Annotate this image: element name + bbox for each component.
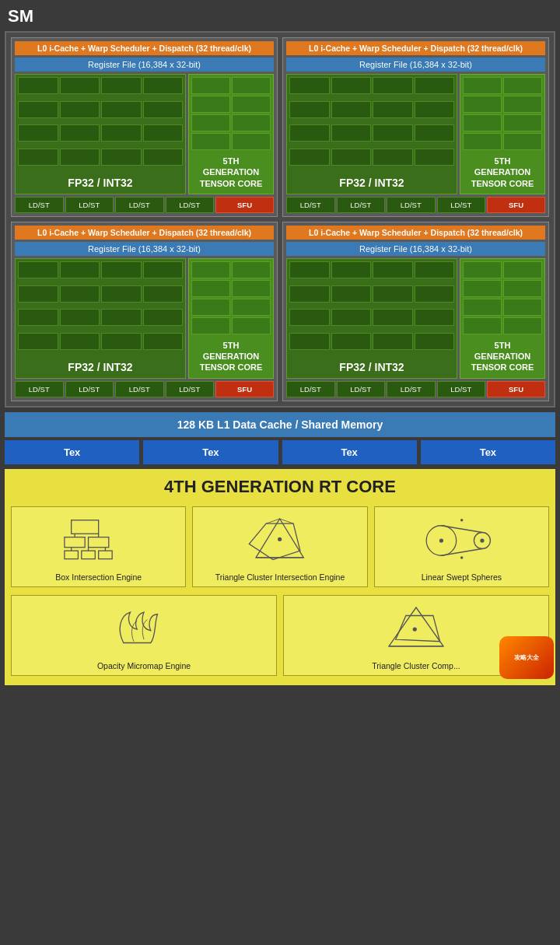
fp32-cell <box>415 149 455 166</box>
fp32-cell <box>415 261 455 278</box>
tensor-cell <box>503 299 542 316</box>
fp32-cell <box>143 77 184 94</box>
tensor-cell <box>463 96 502 113</box>
sfu-unit: SFU <box>487 197 545 213</box>
compute-area-3: FP32 / INT32 5THGENE <box>15 258 274 379</box>
ldst-unit: LD/ST <box>337 381 386 397</box>
svg-line-20 <box>441 548 482 555</box>
ldst-unit: LD/ST <box>15 381 64 397</box>
tensor-cell <box>232 280 271 297</box>
ldst-unit: LD/ST <box>437 197 486 213</box>
tensor-cell <box>232 299 271 316</box>
bottom-units-2: LD/ST LD/ST LD/ST LD/ST SFU <box>286 197 545 213</box>
fp32-cell <box>373 285 413 303</box>
ldst-unit: LD/ST <box>387 197 436 213</box>
fp32-label-2: FP32 / INT32 <box>287 173 457 194</box>
svg-rect-5 <box>65 551 79 559</box>
ldst-unit: LD/ST <box>337 197 386 213</box>
triangle-cluster-comp-label: Triangle Cluster Comp... <box>372 661 460 670</box>
tensor-cell <box>191 77 230 94</box>
fp32-cell <box>101 101 142 118</box>
tensor-cell <box>503 133 542 150</box>
fp32-section-4: FP32 / INT32 <box>286 258 457 379</box>
box-intersection-engine: Box Intersection Engine <box>11 506 186 587</box>
ldst-unit: LD/ST <box>115 197 164 213</box>
fp32-cell <box>289 333 330 350</box>
quadrant-3: L0 i-Cache + Warp Scheduler + Dispatch (… <box>11 222 278 401</box>
fp32-cell <box>60 124 100 142</box>
tensor-section-2: 5THGENERATIONTENSOR CORE <box>460 74 545 194</box>
tex-unit-4: Tex <box>421 440 555 464</box>
sm-title: SM <box>0 0 560 31</box>
svg-rect-2 <box>89 537 109 547</box>
tensor-cell <box>232 261 271 278</box>
register-file-1: Register File (16,384 x 32-bit) <box>15 58 274 72</box>
register-file-3: Register File (16,384 x 32-bit) <box>15 242 274 256</box>
fp32-cell <box>373 309 413 326</box>
rt-core-title: 4TH GENERATION RT CORE <box>11 477 549 497</box>
fp32-cell <box>60 101 100 118</box>
tensor-cell <box>463 317 502 334</box>
fp32-cell <box>18 285 58 303</box>
fp32-cell <box>143 101 184 118</box>
fp32-section-1: FP32 / INT32 <box>15 74 186 194</box>
fp32-label-1: FP32 / INT32 <box>16 173 185 194</box>
fp32-cell <box>289 101 330 118</box>
svg-point-23 <box>460 519 464 522</box>
sm-outer-container: L0 i-Cache + Warp Scheduler + Dispatch (… <box>5 31 555 408</box>
tex-grid: Tex Tex Tex Tex <box>5 440 555 464</box>
triangle-cluster-intersection-label: Triangle Cluster Intersection Engine <box>215 572 345 582</box>
box-intersection-icon <box>16 513 180 568</box>
opacity-micromap-label: Opacity Micromap Engine <box>97 661 191 670</box>
tensor-cell <box>191 317 230 334</box>
rt-engines-bottom: Opacity Micromap Engine Triangle Cluster… <box>11 595 549 676</box>
fp32-cell <box>415 124 455 142</box>
svg-rect-0 <box>72 520 99 534</box>
tensor-label-1: 5THGENERATIONTENSOR CORE <box>189 152 273 194</box>
tensor-cell <box>191 114 230 131</box>
fp32-grid-3 <box>16 259 185 358</box>
tensor-label-2: 5THGENERATIONTENSOR CORE <box>460 152 544 194</box>
tensor-cell <box>232 317 271 334</box>
tensor-cell <box>463 133 502 150</box>
fp32-cell <box>101 285 142 303</box>
compute-area-2: FP32 / INT32 5THGENE <box>286 74 545 194</box>
fp32-cell <box>331 124 372 142</box>
tensor-section-3: 5THGENERATIONTENSOR CORE <box>188 258 274 379</box>
rt-core-section: 4TH GENERATION RT CORE Box Inters <box>5 469 555 685</box>
fp32-cell <box>18 309 58 326</box>
bottom-units-4: LD/ST LD/ST LD/ST LD/ST SFU <box>286 381 545 397</box>
tex-unit-1: Tex <box>5 440 139 464</box>
tensor-cell <box>463 261 502 278</box>
linear-swept-spheres-icon <box>380 513 544 568</box>
quadrant-grid: L0 i-Cache + Warp Scheduler + Dispatch (… <box>11 37 549 401</box>
fp32-cell <box>143 124 184 142</box>
tensor-cell <box>503 261 542 278</box>
tensor-label-4: 5THGENERATIONTENSOR CORE <box>460 337 544 378</box>
fp32-cell <box>331 285 372 303</box>
watermark-text: 攻略大全 <box>514 653 539 662</box>
fp32-cell <box>101 77 142 94</box>
tensor-cell <box>191 280 230 297</box>
ldst-unit: LD/ST <box>286 381 335 397</box>
svg-point-24 <box>460 556 464 559</box>
linear-swept-spheres-label: Linear Swept Spheres <box>422 572 502 582</box>
compute-area-1: FP32 / INT32 5THGENE <box>15 74 274 194</box>
svg-rect-7 <box>99 551 113 559</box>
l0-cache-bar-4: L0 i-Cache + Warp Scheduler + Dispatch (… <box>286 226 545 240</box>
fp32-cell <box>101 261 142 278</box>
svg-point-21 <box>439 538 443 542</box>
tensor-cell <box>463 299 502 316</box>
tex-unit-2: Tex <box>143 440 278 464</box>
fp32-cell <box>373 124 413 142</box>
fp32-cell <box>415 309 455 326</box>
tensor-cell <box>503 280 542 297</box>
fp32-cell <box>143 333 184 350</box>
tensor-cell <box>191 133 230 150</box>
quadrant-1: L0 i-Cache + Warp Scheduler + Dispatch (… <box>11 37 278 217</box>
fp32-cell <box>289 77 330 94</box>
l0-cache-bar-1: L0 i-Cache + Warp Scheduler + Dispatch (… <box>15 41 274 55</box>
ldst-unit: LD/ST <box>166 197 215 213</box>
linear-swept-spheres-engine: Linear Swept Spheres <box>374 506 549 587</box>
watermark-overlay: 攻略大全 <box>499 636 554 679</box>
